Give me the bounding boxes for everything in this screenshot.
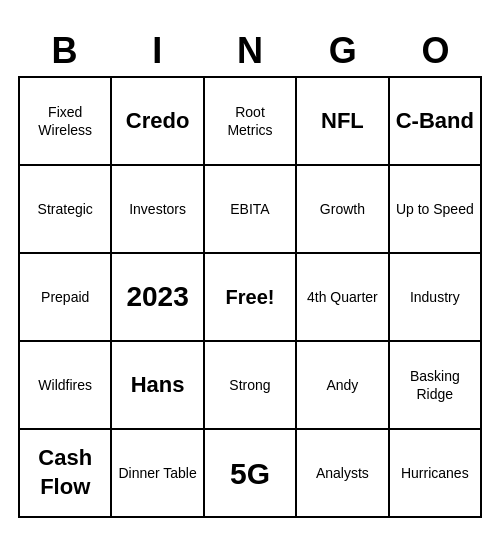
bingo-header: B I N G O (18, 26, 482, 76)
bingo-cell[interactable]: Growth (297, 166, 389, 254)
bingo-cell[interactable]: Root Metrics (205, 78, 297, 166)
bingo-cell[interactable]: Free! (205, 254, 297, 342)
bingo-cell[interactable]: EBITA (205, 166, 297, 254)
header-i: I (111, 26, 204, 76)
bingo-cell[interactable]: Basking Ridge (390, 342, 482, 430)
header-g: G (296, 26, 389, 76)
bingo-card: B I N G O Fixed WirelessCredoRoot Metric… (10, 18, 490, 526)
header-n: N (204, 26, 297, 76)
bingo-cell[interactable]: Wildfires (20, 342, 112, 430)
bingo-cell[interactable]: Fixed Wireless (20, 78, 112, 166)
header-b: B (18, 26, 111, 76)
bingo-cell[interactable]: 2023 (112, 254, 204, 342)
bingo-cell[interactable]: Investors (112, 166, 204, 254)
bingo-cell[interactable]: 4th Quarter (297, 254, 389, 342)
bingo-cell[interactable]: Strategic (20, 166, 112, 254)
bingo-cell[interactable]: Prepaid (20, 254, 112, 342)
bingo-grid: Fixed WirelessCredoRoot MetricsNFLC-Band… (18, 76, 482, 518)
bingo-cell[interactable]: Up to Speed (390, 166, 482, 254)
bingo-cell[interactable]: Hurricanes (390, 430, 482, 518)
bingo-cell[interactable]: Cash Flow (20, 430, 112, 518)
bingo-cell[interactable]: Hans (112, 342, 204, 430)
bingo-cell[interactable]: Andy (297, 342, 389, 430)
bingo-cell[interactable]: Analysts (297, 430, 389, 518)
bingo-cell[interactable]: Credo (112, 78, 204, 166)
bingo-cell[interactable]: C-Band (390, 78, 482, 166)
header-o: O (389, 26, 482, 76)
bingo-cell[interactable]: Industry (390, 254, 482, 342)
bingo-cell[interactable]: 5G (205, 430, 297, 518)
bingo-cell[interactable]: NFL (297, 78, 389, 166)
bingo-cell[interactable]: Strong (205, 342, 297, 430)
bingo-cell[interactable]: Dinner Table (112, 430, 204, 518)
